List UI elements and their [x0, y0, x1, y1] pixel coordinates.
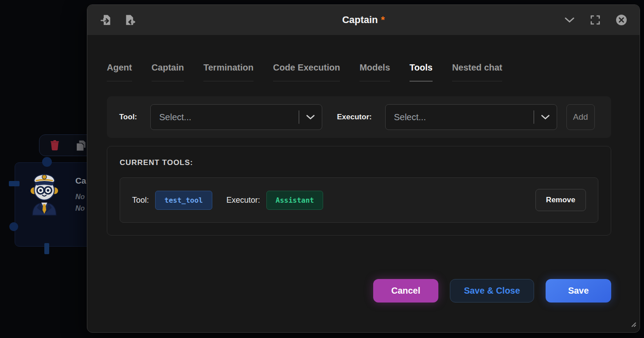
export-icon[interactable] — [124, 14, 136, 26]
tab-models[interactable]: Models — [359, 63, 390, 82]
node-handle-bottom[interactable] — [44, 243, 49, 254]
node-title: Ca — [75, 176, 86, 186]
captain-avatar — [26, 170, 63, 218]
executor-label: Executor: — [337, 113, 371, 122]
modal-footer: Cancel Save & Close Save — [107, 279, 611, 303]
modified-indicator: * — [381, 14, 385, 25]
tool-select[interactable]: Select... — [150, 104, 322, 130]
modal-header: Captain* — [87, 5, 640, 35]
executor-select[interactable]: Select... — [385, 104, 557, 130]
node-subline-1: No — [75, 193, 86, 201]
tool-selector-row: Tool: Select... Executor: Select... Add — [107, 96, 611, 138]
tool-name-badge: test_tool — [155, 191, 212, 210]
tab-agent[interactable]: Agent — [107, 63, 132, 82]
chevron-down-icon[interactable] — [541, 114, 550, 120]
tab-code-execution[interactable]: Code Execution — [273, 63, 340, 82]
remove-tool-button[interactable]: Remove — [535, 189, 586, 211]
tab-termination[interactable]: Termination — [203, 63, 254, 82]
agent-settings-modal: Captain* Agent Capt — [87, 4, 640, 333]
cancel-button[interactable]: Cancel — [373, 279, 438, 303]
resize-handle-icon[interactable] — [629, 320, 636, 329]
trash-icon[interactable] — [49, 139, 60, 151]
select-separator — [534, 110, 534, 124]
executor-label: Executor: — [226, 196, 260, 205]
current-tools-panel: CURRENT TOOLS: Tool: test_tool Executor:… — [107, 146, 611, 236]
select-separator — [299, 110, 299, 124]
copy-icon[interactable] — [75, 139, 87, 151]
import-icon[interactable] — [100, 14, 112, 26]
executor-name-badge: Assistant — [266, 191, 324, 210]
modal-title: Captain* — [342, 14, 385, 26]
node-handle-bottom-left[interactable] — [9, 222, 18, 231]
chevron-down-icon[interactable] — [306, 114, 315, 120]
add-tool-button[interactable]: Add — [566, 104, 595, 130]
tab-nested-chat[interactable]: Nested chat — [452, 63, 502, 82]
tool-label: Tool: — [132, 196, 149, 205]
save-and-close-button[interactable]: Save & Close — [450, 279, 534, 303]
current-tools-heading: CURRENT TOOLS: — [120, 158, 598, 167]
chevron-down-icon[interactable] — [564, 16, 575, 24]
tool-label: Tool: — [119, 113, 137, 122]
current-tool-item: Tool: test_tool Executor: Assistant Remo… — [120, 177, 598, 223]
node-subline-2: No — [75, 204, 86, 212]
close-icon[interactable] — [616, 14, 627, 26]
tab-captain[interactable]: Captain — [152, 63, 184, 82]
node-handle-top[interactable] — [42, 157, 52, 167]
tab-tools[interactable]: Tools — [410, 63, 433, 82]
maximize-icon[interactable] — [590, 15, 601, 25]
node-handle-left[interactable] — [9, 181, 20, 186]
save-button[interactable]: Save — [546, 279, 611, 303]
settings-tabs: Agent Captain Termination Code Execution… — [107, 63, 611, 82]
